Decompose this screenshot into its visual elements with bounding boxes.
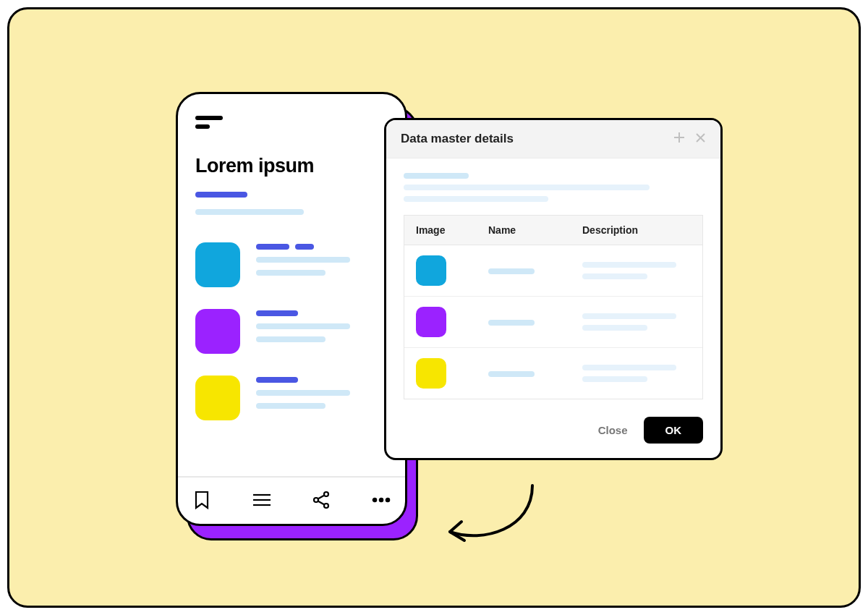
svg-line-7 [318,501,325,505]
phone-menu-icon[interactable] [195,116,388,133]
column-header-description: Description [582,224,691,236]
ok-button[interactable]: OK [644,417,704,444]
swatch-yellow [416,358,446,389]
dialog-skeleton [404,196,703,202]
list-item[interactable] [195,309,388,354]
dialog-skeleton [404,184,703,190]
list-item[interactable] [195,376,388,420]
dialog-title: Data master details [401,132,673,146]
column-header-name: Name [488,224,582,236]
table-row[interactable] [404,297,702,348]
bookmark-icon[interactable] [191,489,213,511]
dialog-skeleton [404,173,703,179]
table-row[interactable] [404,245,702,297]
swatch-cyan [195,242,240,287]
svg-point-5 [324,504,328,508]
svg-point-9 [380,499,383,501]
data-master-details-dialog: Data master details Image Name Descripti… [384,118,723,460]
phone-mock: Lorem ipsum [176,92,407,526]
svg-point-10 [386,499,389,501]
table-row[interactable] [404,348,702,399]
svg-point-3 [324,492,328,496]
data-table: Image Name Description [404,215,703,399]
phone-title: Lorem ipsum [195,155,388,177]
swatch-cyan [416,255,446,286]
column-header-image: Image [416,224,488,236]
arrow-annotation [440,481,556,554]
share-icon[interactable] [310,489,332,511]
add-icon[interactable] [673,132,685,146]
swatch-purple [195,309,240,354]
more-dots-icon[interactable] [370,489,392,511]
swatch-purple [416,307,446,337]
close-button[interactable]: Close [598,424,628,436]
svg-point-8 [373,499,376,501]
phone-tabbar [178,476,405,514]
svg-point-4 [314,498,318,502]
close-icon[interactable] [695,132,706,146]
list-lines-icon[interactable] [251,489,273,511]
svg-line-6 [318,496,325,499]
swatch-yellow [195,376,240,420]
phone-subtitle-skeleton [195,187,388,218]
list-item[interactable] [195,242,388,287]
canvas: Lorem ipsum [7,7,861,608]
phone-list [195,242,388,476]
